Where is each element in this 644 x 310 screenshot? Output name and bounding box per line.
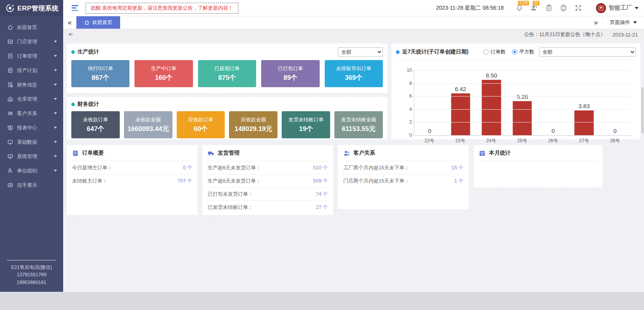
sidebar-item-1[interactable]: 门店管理 (0, 34, 63, 49)
production-stats-panel: 生产统计 全部 待打印订单867个生产中订单160个已延期订单875个已打包订单… (66, 43, 388, 93)
stat-card[interactable]: 发货未结账金额61153.55元 (334, 111, 383, 138)
clipboard-icon[interactable] (545, 4, 553, 12)
announcement-link[interactable]: 公告：11月21日更新公告（晚十点） (524, 31, 605, 38)
printer-icon[interactable] (560, 4, 568, 12)
tabs-scroll-left[interactable]: « (63, 16, 76, 29)
panel-row: 未结账主订单：707 个 (72, 174, 192, 187)
panel-row-value[interactable]: 27 个 (316, 204, 328, 211)
sidebar-item-0[interactable]: 欢迎首页 (0, 20, 63, 34)
stat-card[interactable]: 应收款金额148029.19元 (229, 111, 277, 138)
finance-stats-panel: 财务统计 未收款订单647个未收款金额1660093.44元应收款订单60个应收… (66, 96, 388, 140)
stat-card[interactable]: 已延期订单875个 (198, 60, 256, 87)
chart-bar (575, 110, 594, 135)
sidebar-footer-lines: E21售后电话(微信)1379155176919953960161 (0, 264, 63, 286)
stat-card-label: 发货未结账金额 (341, 116, 376, 123)
stat-card[interactable]: 未收款金额1660093.44元 (124, 111, 172, 138)
gridline (414, 96, 630, 96)
tab-bar: « 欢迎首页 » 页面操作 (63, 16, 644, 29)
stat-card-label: 应收款金额 (241, 116, 266, 123)
panel-row-label: 门店两个月内超15天未下单： (343, 177, 409, 184)
production-filter-select[interactable]: 全部 (338, 47, 383, 57)
collapse-menu-icon[interactable] (72, 5, 79, 11)
sidebar-item-9[interactable]: 系统管理 (0, 149, 63, 164)
stat-card[interactable]: 待打印订单867个 (71, 60, 129, 87)
sidebar-item-10[interactable]: 单位组织 (0, 164, 63, 178)
user-notify-icon[interactable]: 20 (530, 4, 538, 12)
customer-panel-icon (343, 150, 350, 157)
stat-card-label: 已打包订单 (278, 65, 303, 72)
sidebar-item-3[interactable]: 排产计划 (0, 63, 63, 78)
caret-down-icon (54, 98, 57, 100)
sidebar-item-5[interactable]: 仓库管理 (0, 92, 63, 106)
gridline (414, 83, 630, 84)
x-tick (538, 136, 538, 137)
stat-card[interactable]: 未收款订单647个 (71, 111, 120, 138)
chart-bars: 06.428.505.2603.830 (414, 71, 630, 135)
radio-label: 订单数 (491, 48, 506, 55)
chart-filter-select[interactable]: 全部 (539, 47, 636, 57)
caret-down-icon (54, 41, 57, 43)
panel-row-value[interactable]: 510 个 (313, 164, 328, 171)
shipping-icon (208, 150, 214, 157)
stat-card-value: 60个 (194, 124, 208, 133)
sidebar-item-6[interactable]: 客户关系 (0, 106, 63, 121)
stat-card[interactable]: 发货未结账订单19个 (282, 111, 330, 138)
store-icon (7, 39, 14, 45)
sidebar-item-label: 单位组织 (17, 167, 54, 174)
stat-card-label: 未排版导出订单 (336, 65, 371, 72)
fullscreen-icon[interactable] (575, 4, 582, 12)
tabs-scroll-right[interactable]: » (589, 16, 603, 29)
y-tick (412, 122, 414, 122)
panel-row: 已发货未结账订单：27 个 (208, 200, 328, 214)
panel-row-value[interactable]: 707 个 (177, 177, 192, 184)
page-actions-menu[interactable]: 页面操作 (603, 16, 644, 29)
sidebar-item-label: 报表中心 (17, 124, 54, 131)
account-menu[interactable]: 智能工厂 (596, 3, 639, 13)
panel-row-value[interactable]: 0 个 (183, 164, 192, 171)
chart-bar-value: 0 (538, 127, 569, 134)
sidebar-item-8[interactable]: 基础数据 (0, 135, 63, 149)
y-tick (412, 109, 414, 110)
stat-card[interactable]: 未排版导出订单369个 (325, 60, 383, 87)
sidebar-item-7[interactable]: 报表中心 (0, 121, 63, 135)
account-name: 智能工厂 (609, 4, 632, 12)
chart-panel: 近7天统计(子订单创建日期) 订单数平方数 全部 06.428.505.2603… (391, 43, 641, 140)
x-axis-label: 27号 (568, 138, 599, 144)
stat-card[interactable]: 应收款订单60个 (177, 111, 225, 138)
radio-option[interactable]: 订单数 (483, 48, 506, 55)
panel-row-value[interactable]: 15 个 (451, 164, 463, 171)
tab-home[interactable]: 欢迎首页 (76, 16, 120, 29)
stat-card-value: 19个 (299, 124, 313, 133)
scrollbar-thumb[interactable] (641, 87, 644, 134)
stat-card[interactable]: 生产中订单160个 (134, 60, 193, 87)
sidebar-item-2[interactable]: 订单管理 (0, 49, 63, 63)
report-icon (7, 125, 14, 131)
chart-bar-value: 3.83 (569, 103, 600, 109)
stat-card[interactable]: 已打包订单89个 (261, 60, 319, 87)
tab-label: 欢迎首页 (92, 19, 112, 26)
chart-bar-slot: 8.50 (476, 71, 507, 135)
bell-icon[interactable]: 1726 (516, 4, 523, 12)
sidebar-footer-line: 19953960161 (0, 279, 63, 286)
x-axis-label: 22号 (414, 138, 445, 144)
panel-row-value[interactable]: 509 个 (313, 177, 328, 184)
finance-stats-title: 财务统计 (77, 101, 99, 108)
announcement-date: 2023-11-21 (612, 32, 638, 38)
stat-card-label: 待打印订单 (88, 65, 113, 72)
customers-icon (7, 110, 14, 117)
panel-row-value[interactable]: 1 个 (454, 177, 463, 184)
chart-bar-slot: 0 (414, 71, 445, 135)
bottom-panels: 订单概要 今日新增主订单：0 个未结账主订单：707 个 发货管理 生产超6天未… (66, 145, 641, 215)
order-summary-icon (72, 150, 79, 157)
sidebar-item-4[interactable]: 财务信息 (0, 78, 63, 92)
caret-down-icon (54, 84, 57, 86)
sidebar-item-11[interactable]: 拉手展示 (0, 178, 63, 192)
avatar (596, 3, 606, 13)
x-axis-label: 26号 (537, 138, 568, 144)
panel-row-value[interactable]: 74 个 (316, 191, 328, 198)
stat-card-value: 875个 (218, 73, 236, 82)
gridline (414, 122, 630, 122)
production-cards: 待打印订单867个生产中订单160个已延期订单875个已打包订单89个未排版导出… (71, 60, 383, 87)
stat-card-label: 未收款金额 (136, 116, 161, 123)
radio-option[interactable]: 平方数 (512, 48, 534, 55)
